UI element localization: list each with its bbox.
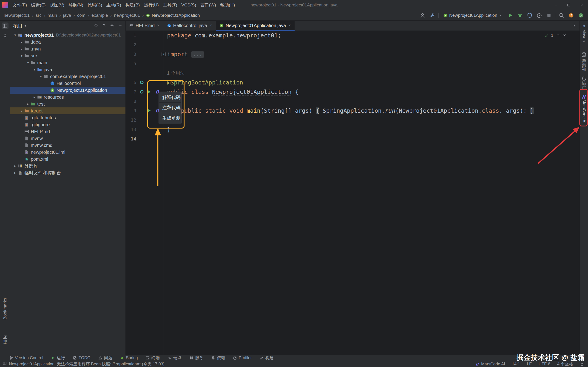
spring-bean-icon[interactable] — [139, 90, 144, 94]
stop-button[interactable] — [545, 12, 552, 19]
tree-item-newproject01application[interactable]: Newproject01Application — [10, 87, 125, 94]
tree-item-item-20[interactable]: ▸临时文件和控制台 — [10, 169, 125, 176]
tree-item-target[interactable]: ▸target — [10, 108, 125, 114]
commit-tool-button[interactable] — [2, 32, 9, 39]
ai-action-item-3[interactable]: 生成单测 — [159, 113, 181, 123]
toolwindow-button-item-1[interactable]: 运行 — [51, 355, 65, 361]
breadcrumb-item-com[interactable]: com — [77, 13, 86, 18]
breadcrumb-item-main[interactable]: main — [48, 13, 57, 18]
project-tool-button[interactable] — [2, 23, 9, 29]
inspection-widget[interactable]: 1 — [544, 33, 567, 38]
tool-tab-item-1[interactable]: 数据库 — [581, 59, 587, 71]
status-widget-lock-icon[interactable] — [580, 362, 584, 366]
breadcrumb-item-newproject01[interactable]: newproject01 — [114, 13, 140, 18]
hide-button[interactable] — [118, 23, 122, 28]
plugin-button[interactable] — [577, 12, 584, 19]
menu-item-n[interactable]: 导航(N) — [66, 0, 85, 10]
menu-item-r[interactable]: 重构(R) — [104, 0, 123, 10]
menu-item-c[interactable]: 代码(C) — [85, 0, 104, 10]
item-2-tool-button[interactable] — [581, 76, 587, 82]
tree-item-gitattributes[interactable]: .gitattributes — [10, 114, 125, 121]
ai-action-item-2[interactable]: 注释代码 — [159, 103, 181, 113]
chevron-right-icon[interactable]: ▸ — [19, 47, 24, 51]
tree-item-test[interactable]: ▸test — [10, 100, 125, 108]
chevron-right-icon[interactable]: ▸ — [19, 109, 24, 113]
close-icon[interactable]: × — [209, 23, 212, 28]
run-icon[interactable] — [147, 108, 151, 113]
menu-item-v[interactable]: 视图(V) — [48, 0, 66, 10]
locate-button[interactable] — [94, 23, 98, 28]
layout-icon[interactable] — [3, 361, 7, 367]
tree-item-resources[interactable]: ▸resources — [10, 94, 125, 100]
editor-tab-help-md[interactable]: HELP.md× — [126, 21, 163, 31]
toolwindow-button-item-3[interactable]: 问题 — [98, 355, 112, 361]
menu-item-w[interactable]: 窗口(W) — [198, 0, 218, 10]
spring-bean-icon[interactable] — [139, 80, 144, 85]
chevron-down-icon[interactable]: ▾ — [25, 61, 31, 65]
inspection-count[interactable]: 1 — [551, 33, 553, 38]
editor-tab-newproject01application-java[interactable]: Newproject01Application.java× — [216, 21, 294, 31]
editor-tab-hellocontrol-java[interactable]: CHellocontrol.java× — [163, 21, 216, 31]
search-button[interactable] — [558, 12, 565, 19]
tree-item-mvnw-cmd[interactable]: mvnw.cmd — [10, 142, 125, 149]
chevron-down-icon[interactable]: ▾ — [32, 67, 37, 72]
chevron-right-icon[interactable]: ▸ — [12, 164, 18, 168]
tree-item-gitignore[interactable]: .gitignore — [10, 121, 125, 128]
chevron-down-button[interactable] — [563, 33, 567, 38]
wrench-button[interactable] — [429, 12, 436, 19]
tool-tab-bookmarks[interactable]: Bookmarks — [2, 298, 8, 319]
chevron-right-icon[interactable]: ▸ — [25, 102, 31, 106]
status-widget-marscode-ai[interactable]: MarsCode AI — [476, 362, 505, 367]
chevron-right-icon[interactable]: ▸ — [12, 171, 18, 175]
menu-item-b[interactable]: 构建(B) — [123, 0, 142, 10]
minimize-button[interactable] — [549, 0, 562, 10]
tool-tab-marscode-ai[interactable]: MarsCode AI — [582, 100, 586, 124]
close-icon[interactable]: × — [157, 23, 160, 28]
tree-item-idea[interactable]: ▸.idea — [10, 39, 125, 45]
menu-item-u[interactable]: 运行(U) — [142, 0, 161, 10]
tool-tab-item-2[interactable]: 通知 — [581, 81, 587, 90]
user-button[interactable] — [419, 12, 426, 19]
maven-tool-button[interactable]: m — [581, 23, 587, 29]
run-configuration-select[interactable]: Newproject01Application — [441, 12, 504, 19]
tree-item-src[interactable]: ▾src — [10, 52, 125, 59]
toolwindow-button-spring[interactable]: Spring — [120, 356, 138, 360]
item-1-tool-button[interactable] — [581, 52, 587, 58]
usages-inlay-hint[interactable]: 1 个用法 — [167, 68, 185, 78]
fold-expand-icon[interactable]: + — [162, 52, 166, 56]
breadcrumb-item-newproject01application[interactable]: Newproject01Application — [146, 13, 200, 18]
tree-item-main[interactable]: ▾main — [10, 59, 125, 66]
menu-item-t[interactable]: 工具(T) — [161, 0, 179, 10]
chevron-down-icon[interactable]: ▾ — [38, 74, 44, 78]
toolwindow-button-item-7[interactable]: 服务 — [189, 355, 203, 361]
menu-item-vcs-s[interactable]: VCS(S) — [179, 0, 198, 10]
toolwindow-button-item-8[interactable]: 依赖 — [211, 355, 225, 361]
update-button[interactable] — [568, 12, 575, 19]
settings-button[interactable] — [110, 23, 114, 28]
tool-tab-structure[interactable]: 结构 — [2, 335, 8, 344]
chevron-right-icon[interactable]: ▸ — [32, 95, 37, 99]
toolwindow-button-item-6[interactable]: 端点 — [167, 355, 182, 361]
tree-item-help-md[interactable]: HELP.md — [10, 128, 125, 135]
toolwindow-button-todo[interactable]: TODO — [73, 356, 91, 360]
check-icon[interactable] — [544, 33, 548, 38]
debug-button[interactable] — [517, 12, 523, 19]
chevron-right-icon[interactable]: ▸ — [19, 40, 24, 44]
caret-down-icon[interactable]: ▾ — [25, 24, 26, 27]
toolwindow-button-profiler[interactable]: Profiler — [233, 356, 252, 360]
toolwindow-button-item-5[interactable]: 终端 — [146, 355, 160, 361]
run-icon[interactable] — [147, 90, 151, 94]
tree-item-item-19[interactable]: ▸外部库 — [10, 162, 125, 169]
tree-item-hellocontrol[interactable]: CHellocontrol — [10, 80, 125, 87]
code-area[interactable]: package com.example.newproject01;import … — [167, 31, 579, 355]
breadcrumb-item-java[interactable]: java — [63, 13, 71, 18]
profiler-button[interactable] — [536, 12, 543, 19]
tree-item-mvn[interactable]: ▸.mvn — [10, 45, 125, 52]
run-button[interactable] — [507, 12, 514, 19]
chevron-down-icon[interactable]: ▾ — [19, 54, 24, 58]
coverage-button[interactable] — [526, 12, 533, 19]
toolwindow-button-version-control[interactable]: Version Control — [9, 356, 43, 360]
menu-item-f[interactable]: 文件(F) — [11, 0, 29, 10]
tree-item-java[interactable]: ▾java — [10, 66, 125, 73]
tree-item-mvnw[interactable]: mvnw — [10, 135, 125, 142]
